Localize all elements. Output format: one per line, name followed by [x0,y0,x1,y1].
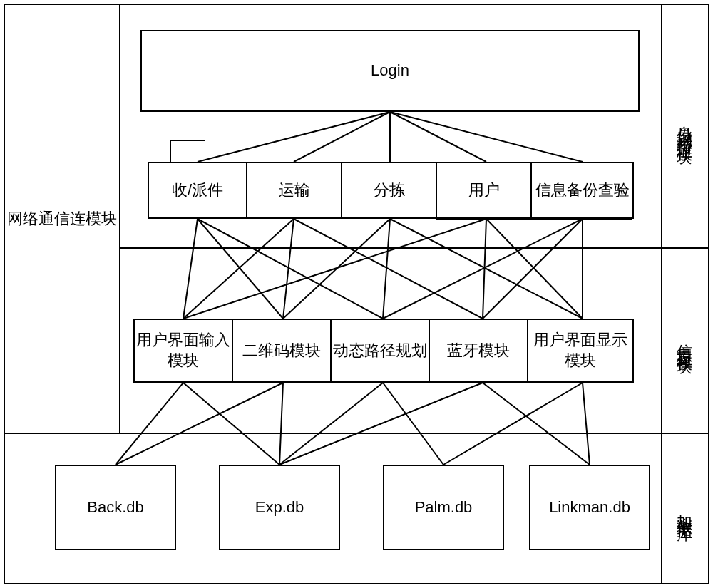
svg-line-4 [390,112,583,162]
svg-line-27 [279,383,383,465]
section2-text: 信息交互模块 [674,331,695,349]
svg-line-24 [183,383,279,465]
svg-line-1 [294,112,390,162]
svg-line-31 [443,383,583,465]
db-item-2-text: Palm.db [415,497,473,518]
section2-label: 信息交互模块 [661,247,708,433]
svg-line-11 [283,219,294,319]
db-item-3: Linkman.db [529,465,650,550]
mid-item-0-text: 用户界面输入模块 [136,330,230,371]
svg-line-8 [198,219,283,319]
svg-line-19 [383,219,583,319]
mid-item-0: 用户界面输入模块 [133,319,233,383]
svg-line-30 [483,383,590,465]
db-item-1-text: Exp.db [255,497,304,518]
top-item-4: 信息备份查验 [530,162,634,219]
svg-line-15 [390,219,583,319]
section1-text: 身份识别与验证模块 [674,113,695,139]
svg-line-26 [116,383,283,465]
db-item-1: Exp.db [219,465,340,550]
divider-1 [119,247,708,249]
db-item-0: Back.db [55,465,176,550]
svg-line-28 [383,383,443,465]
login-box: Login [140,30,640,112]
section1-label: 身份识别与验证模块 [661,5,708,247]
section3-label: 加密数据库 [661,433,708,583]
divider-2 [5,433,708,434]
top-item-3-text: 用户 [468,180,500,201]
svg-line-13 [283,219,390,319]
svg-line-17 [483,219,486,319]
svg-line-12 [294,219,483,319]
svg-line-32 [583,383,590,465]
svg-line-0 [198,112,390,162]
svg-line-25 [279,383,283,465]
top-item-0-text: 收/派件 [172,180,223,201]
svg-line-14 [383,219,390,319]
top-item-4-text: 信息备份查验 [535,180,630,201]
svg-line-3 [390,112,486,162]
db-item-2: Palm.db [383,465,504,550]
svg-line-16 [183,219,486,319]
mid-item-1: 二维码模块 [232,319,332,383]
top-item-0: 收/派件 [148,162,247,219]
svg-line-18 [486,219,583,319]
mid-item-3: 蓝牙模块 [429,319,528,383]
svg-line-10 [183,219,294,319]
top-item-3: 用户 [436,162,532,219]
svg-line-9 [198,219,383,319]
mid-item-4: 用户界面显示模块 [527,319,634,383]
top-item-1-text: 运输 [279,180,310,201]
left-module-text: 网络通信连模块 [7,209,117,229]
left-module-label: 网络通信连模块 [5,5,119,433]
top-item-1: 运输 [246,162,342,219]
divider-left [119,5,120,433]
mid-item-4-text: 用户界面显示模块 [530,330,631,371]
top-item-2: 分拣 [341,162,437,219]
top-item-2-text: 分拣 [374,180,405,201]
svg-line-23 [116,383,183,465]
mid-item-1-text: 二维码模块 [242,341,321,361]
mid-item-3-text: 蓝牙模块 [447,341,510,361]
diagram-canvas: 网络通信连模块 身份识别与验证模块 Login 收/派件 运输 分拣 用户 信息… [4,4,709,584]
mid-item-2-text: 动态路径规划 [333,341,427,361]
svg-line-20 [483,219,583,319]
mid-item-2: 动态路径规划 [330,319,430,383]
login-text: Login [371,61,409,81]
svg-line-29 [279,383,483,465]
db-item-0-text: Back.db [87,497,144,518]
db-item-3-text: Linkman.db [549,497,630,518]
svg-line-7 [183,219,198,319]
section3-text: 加密数据库 [674,501,695,515]
